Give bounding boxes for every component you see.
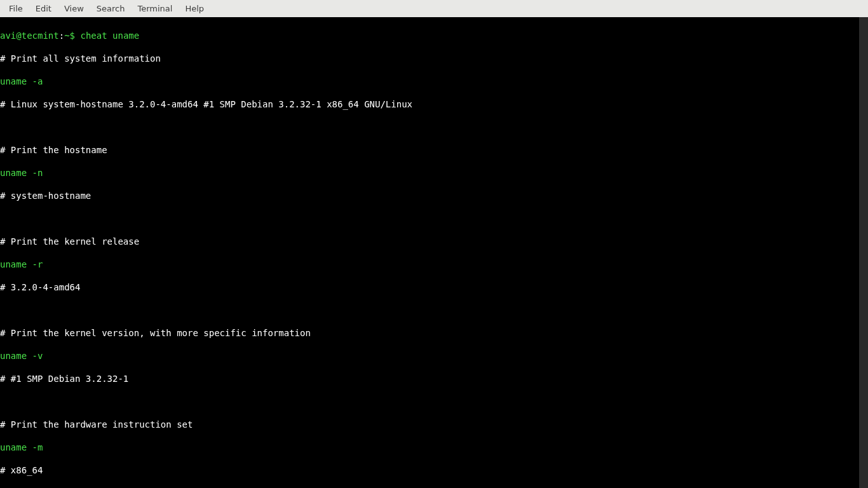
output-line: uname -r	[0, 259, 859, 270]
menu-edit[interactable]: Edit	[29, 1, 58, 16]
output-line: # Print all system information	[0, 53, 859, 64]
output-line: # Print the kernel version, with more sp…	[0, 327, 859, 339]
menu-help[interactable]: Help	[179, 1, 210, 16]
menu-view[interactable]: View	[58, 1, 90, 16]
prompt-path: ~	[64, 30, 69, 41]
output-line: # Print the kernel release	[0, 236, 859, 247]
output-line: # Print the hardware instruction set	[0, 419, 859, 430]
output-line: # system-hostname	[0, 190, 859, 201]
output-line: # x86_64	[0, 464, 859, 476]
blank-line	[0, 213, 859, 224]
output-line: # #1 SMP Debian 3.2.32-1	[0, 373, 859, 384]
output-line: # Print the hostname	[0, 144, 859, 156]
output-line: uname -m	[0, 442, 859, 453]
output-line: uname -a	[0, 76, 859, 87]
blank-line	[0, 396, 859, 407]
command-text: cheat uname	[80, 30, 139, 41]
menu-file[interactable]: File	[3, 1, 29, 16]
menubar: File Edit View Search Terminal Help	[0, 0, 868, 17]
scrollbar[interactable]	[859, 17, 868, 488]
output-line: uname -v	[0, 350, 859, 362]
output-line: uname -n	[0, 167, 859, 179]
menu-terminal[interactable]: Terminal	[131, 1, 179, 16]
prompt-user: avi@tecmint	[0, 30, 59, 41]
menu-search[interactable]: Search	[90, 1, 132, 16]
terminal-area[interactable]: avi@tecmint:~$ cheat uname # Print all s…	[0, 17, 859, 488]
output-line: # Linux system-hostname 3.2.0-4-amd64 #1…	[0, 98, 859, 110]
prompt-line-1: avi@tecmint:~$ cheat uname	[0, 30, 859, 41]
prompt-dollar: $	[70, 30, 81, 41]
blank-line	[0, 304, 859, 316]
blank-line	[0, 121, 859, 133]
prompt-colon: :	[59, 30, 64, 41]
output-line: # 3.2.0-4-amd64	[0, 281, 859, 293]
